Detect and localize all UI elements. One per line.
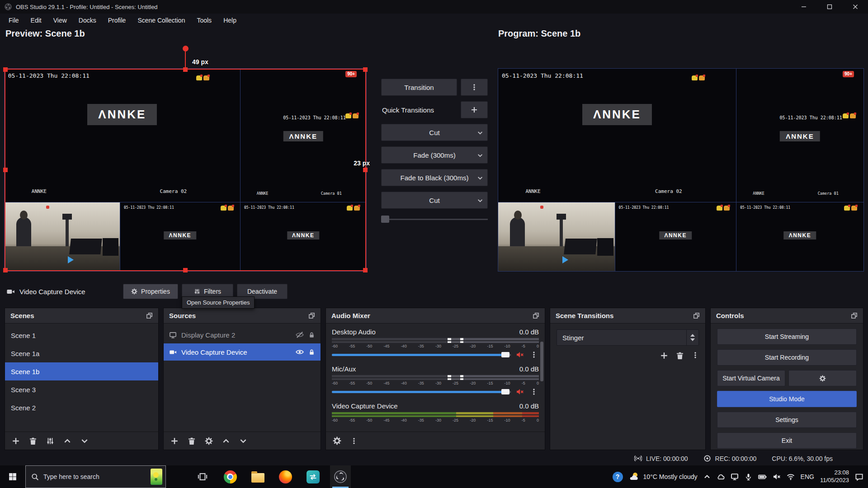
quick-transition-fade-to-black-button[interactable]: Fade to Black (300ms) bbox=[381, 169, 488, 186]
preview-canvas[interactable]: 05-11-2023 Thu 22:08:11 ΛNNKE ANNKE Came… bbox=[5, 69, 366, 271]
program-canvas[interactable]: 05-11-2023 Thu 22:08:11 ΛNNKE ANNKE Came… bbox=[498, 69, 863, 271]
mute-icon[interactable] bbox=[516, 388, 524, 396]
task-view-button[interactable] bbox=[192, 465, 213, 488]
source-item-video-capture[interactable]: Video Capture Device bbox=[164, 343, 321, 361]
slider-handle[interactable] bbox=[381, 216, 389, 223]
minimize-button[interactable] bbox=[791, 0, 816, 14]
select-spinner[interactable] bbox=[686, 330, 698, 345]
advanced-audio-properties-button[interactable] bbox=[333, 436, 341, 445]
remove-transition-button[interactable] bbox=[676, 352, 684, 360]
move-source-up-button[interactable] bbox=[222, 437, 230, 445]
scene-item-scene-1b[interactable]: Scene 1b bbox=[5, 362, 158, 380]
mute-icon[interactable] bbox=[516, 351, 524, 359]
maximize-button[interactable] bbox=[816, 0, 842, 14]
menu-docks[interactable]: Docks bbox=[73, 14, 102, 27]
add-source-button[interactable] bbox=[170, 437, 179, 445]
visibility-off-icon[interactable] bbox=[296, 331, 304, 339]
language-indicator[interactable]: ENG bbox=[801, 473, 814, 480]
onedrive-cloud-icon[interactable] bbox=[717, 473, 725, 481]
taskbar-search[interactable]: Type here to search bbox=[25, 465, 166, 488]
start-virtual-camera-button[interactable]: Start Virtual Camera bbox=[717, 370, 785, 386]
menu-tools[interactable]: Tools bbox=[191, 14, 217, 27]
taskbar-clock[interactable]: 23:08 11/05/2023 bbox=[820, 469, 849, 484]
add-transition-button[interactable] bbox=[660, 352, 668, 360]
exit-button[interactable]: Exit bbox=[717, 432, 857, 449]
volume-slider[interactable] bbox=[332, 350, 511, 359]
transition-duration-slider[interactable] bbox=[381, 216, 488, 223]
move-scene-down-button[interactable] bbox=[80, 437, 89, 445]
remove-scene-button[interactable] bbox=[29, 437, 37, 445]
slider-handle[interactable] bbox=[501, 352, 509, 357]
quick-transition-cut-button[interactable]: Cut bbox=[381, 124, 488, 141]
source-properties-button[interactable] bbox=[205, 437, 213, 445]
scene-item-scene-3[interactable]: Scene 3 bbox=[5, 380, 158, 399]
resize-handle-top-right[interactable] bbox=[363, 67, 368, 72]
virtual-camera-settings-button[interactable] bbox=[788, 370, 857, 386]
studio-mode-button[interactable]: Studio Mode bbox=[717, 391, 857, 407]
start-recording-button[interactable]: Start Recording bbox=[717, 349, 857, 366]
scene-item-scene-1[interactable]: Scene 1 bbox=[5, 326, 158, 344]
popout-icon[interactable] bbox=[693, 312, 700, 319]
popout-icon[interactable] bbox=[851, 312, 858, 319]
source-item-display-capture[interactable]: Display Capture 2 bbox=[164, 326, 321, 343]
properties-button[interactable]: Properties bbox=[123, 284, 178, 299]
move-source-down-button[interactable] bbox=[239, 437, 247, 445]
transition-button[interactable]: Transition bbox=[381, 79, 457, 96]
transition-menu-button[interactable] bbox=[461, 79, 488, 96]
resize-handle-bottom-left[interactable] bbox=[3, 268, 8, 272]
resize-handle-top-left[interactable] bbox=[3, 67, 8, 72]
mixer-scrollbar[interactable] bbox=[540, 342, 543, 381]
help-tip-icon[interactable]: ? bbox=[613, 472, 623, 482]
share-app-button[interactable] bbox=[302, 465, 323, 488]
channel-menu-button[interactable] bbox=[529, 388, 539, 395]
visibility-on-icon[interactable] bbox=[296, 348, 304, 356]
resize-handle-right[interactable] bbox=[363, 168, 368, 172]
search-highlight-icon[interactable] bbox=[151, 469, 162, 485]
transition-select[interactable]: Stinger bbox=[557, 329, 699, 346]
menu-profile[interactable]: Profile bbox=[102, 14, 132, 27]
scene-filters-button[interactable] bbox=[46, 437, 54, 445]
resize-handle-bottom-right[interactable] bbox=[363, 268, 368, 272]
microphone-tray-icon[interactable] bbox=[745, 473, 752, 481]
firefox-button[interactable] bbox=[275, 465, 296, 488]
popout-icon[interactable] bbox=[533, 312, 539, 319]
transition-menu-button[interactable] bbox=[692, 352, 699, 359]
action-center-icon[interactable] bbox=[855, 473, 863, 481]
lock-icon[interactable] bbox=[308, 332, 315, 338]
menu-scene-collection[interactable]: Scene Collection bbox=[132, 14, 191, 27]
file-explorer-button[interactable] bbox=[247, 465, 268, 488]
scene-item-scene-2[interactable]: Scene 2 bbox=[5, 399, 158, 417]
resize-handle-top[interactable] bbox=[183, 67, 188, 72]
volume-slider[interactable] bbox=[332, 387, 511, 396]
move-scene-up-button[interactable] bbox=[63, 437, 71, 445]
network-wifi-icon[interactable] bbox=[787, 473, 795, 481]
lock-icon[interactable] bbox=[308, 349, 315, 356]
start-button[interactable] bbox=[0, 465, 25, 488]
obs-taskbar-button[interactable] bbox=[330, 465, 351, 488]
mixer-menu-button[interactable] bbox=[350, 437, 358, 445]
quick-transition-fade-button[interactable]: Fade (300ms) bbox=[381, 146, 488, 164]
menu-file[interactable]: File bbox=[3, 14, 25, 27]
rotation-handle[interactable] bbox=[183, 46, 189, 52]
menu-edit[interactable]: Edit bbox=[25, 14, 47, 27]
show-hidden-icons-chevron[interactable] bbox=[703, 473, 711, 480]
chrome-button[interactable] bbox=[220, 465, 241, 488]
remove-source-button[interactable] bbox=[188, 437, 196, 445]
start-streaming-button[interactable]: Start Streaming bbox=[717, 328, 857, 345]
weather-widget[interactable]: 10°C Mostly cloudy bbox=[629, 471, 698, 482]
resize-handle-left[interactable] bbox=[3, 168, 8, 172]
menu-view[interactable]: View bbox=[47, 14, 73, 27]
quick-transition-cut-button-2[interactable]: Cut bbox=[381, 192, 488, 209]
battery-icon[interactable] bbox=[758, 473, 767, 481]
volume-muted-icon[interactable] bbox=[773, 473, 781, 481]
popout-icon[interactable] bbox=[308, 312, 315, 319]
scene-item-scene-1a[interactable]: Scene 1a bbox=[5, 344, 158, 362]
add-scene-button[interactable] bbox=[12, 437, 20, 445]
resize-handle-bottom[interactable] bbox=[183, 268, 188, 272]
menu-help[interactable]: Help bbox=[217, 14, 242, 27]
settings-button[interactable]: Settings bbox=[717, 412, 857, 428]
display-tray-icon[interactable] bbox=[731, 473, 739, 481]
slider-handle[interactable] bbox=[501, 389, 509, 394]
close-button[interactable] bbox=[842, 0, 868, 14]
channel-menu-button[interactable] bbox=[529, 351, 539, 358]
